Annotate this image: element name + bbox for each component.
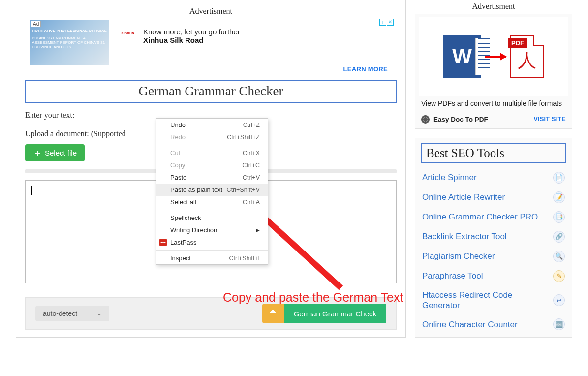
seo-tools-box: Best SEO Tools Article Spinner📄Online Ar…	[415, 138, 572, 338]
sidebar-ad[interactable]: i ✕ Ad W PDF 人 View PDFs and convert to …	[415, 14, 572, 129]
side-ad-desc: View PDFs and convert to multiple file f…	[419, 96, 568, 113]
word-icon: W	[443, 35, 481, 78]
ad-label-main: Advertisment	[16, 7, 405, 16]
tool-item: Plagiarism Checker🔍	[421, 247, 566, 266]
clear-button[interactable]: 🗑	[262, 304, 284, 323]
tool-icon: ↩	[553, 294, 565, 306]
grammar-check-button[interactable]: German Grammar Check	[284, 304, 386, 323]
context-menu-item-select-all[interactable]: Select allCtrl+A	[156, 196, 268, 208]
tool-link[interactable]: Plagiarism Checker	[422, 251, 495, 261]
tool-link[interactable]: Online Character Counter	[422, 319, 518, 330]
context-menu-item-undo[interactable]: UndoCtrl+Z	[156, 119, 268, 131]
adchoices-icons[interactable]: i ✕	[379, 19, 394, 26]
select-file-button[interactable]: ＋ Select file	[25, 144, 85, 161]
context-menu-label: Select all	[170, 198, 196, 206]
main-column: Advertisment i ✕ Ad HORITATIVE PROFESSIO…	[16, 0, 406, 338]
tool-item: Online Article Rewriter📝	[421, 188, 566, 207]
main-ad-banner[interactable]: i ✕ Ad HORITATIVE PROFESSIONAL OFFICIAL …	[26, 19, 396, 73]
context-menu-item-inspect[interactable]: InspectCtrl+Shift+I	[156, 252, 268, 264]
context-menu-label: Cut	[170, 149, 180, 157]
tool-icon: 🔍	[553, 251, 565, 262]
annotation-text: Copy and paste the German Text	[223, 290, 403, 305]
context-menu-shortcut: Ctrl+C	[242, 162, 260, 169]
tool-link[interactable]: Htaccess Redirect Code Generator	[422, 290, 548, 311]
context-menu[interactable]: UndoCtrl+ZRedoCtrl+Shift+ZCutCtrl+XCopyC…	[156, 118, 268, 265]
tool-link[interactable]: Paraphrase Tool	[422, 271, 483, 281]
context-menu-separator	[156, 210, 268, 210]
context-menu-item-cut: CutCtrl+X	[156, 147, 268, 159]
ad-brand-logo: Xinhua	[117, 28, 138, 38]
tools-title: Best SEO Tools	[421, 143, 566, 163]
ad-info-icon[interactable]: i	[379, 19, 386, 26]
context-menu-item-lastpass[interactable]: •••LastPass	[156, 236, 268, 249]
tool-icon: 🔤	[553, 318, 565, 330]
ad-image: Ad HORITATIVE PROFESSIONAL OFFICIAL BUSI…	[30, 20, 109, 65]
context-menu-item-spellcheck[interactable]: Spellcheck	[156, 212, 268, 224]
context-menu-item-redo: RedoCtrl+Shift+Z	[156, 131, 268, 143]
trash-icon: 🗑	[269, 309, 277, 318]
tool-link[interactable]: Online Article Rewriter	[422, 192, 505, 202]
context-menu-item-paste[interactable]: PasteCtrl+V	[156, 171, 268, 184]
context-menu-label: Writing Direction	[170, 226, 217, 234]
tool-link[interactable]: Article Spinner	[422, 172, 477, 183]
ad-overlay-1: HORITATIVE PROFESSIONAL OFFICIAL	[32, 29, 107, 33]
page-title: German Grammar Checker	[25, 80, 397, 103]
globe-icon	[421, 115, 430, 124]
submenu-arrow-icon: ▶	[256, 227, 260, 233]
context-menu-label: Redo	[170, 133, 186, 141]
tool-item: Paraphrase Tool✎	[421, 266, 566, 286]
ad-overlay-2: BUSINESS ENVIRONMENT & ASSESSMENT REPORT…	[32, 36, 107, 49]
arrow-right-icon	[485, 56, 506, 58]
context-menu-label: Inspect	[170, 254, 191, 262]
tool-item: Backlink Extractor Tool🔗	[421, 227, 566, 247]
context-menu-shortcut: Ctrl+V	[243, 174, 260, 181]
ad-cta-link[interactable]: LEARN MORE	[343, 65, 388, 73]
context-menu-label: Undo	[170, 121, 186, 128]
plus-icon: ＋	[33, 150, 42, 157]
context-menu-label: Spellcheck	[170, 214, 201, 221]
context-menu-shortcut: Ctrl+A	[243, 199, 260, 206]
ad-label-side: Advertisment	[415, 2, 572, 11]
sidebar: Advertisment i ✕ Ad W PDF 人 View PDFs an…	[415, 0, 572, 338]
context-menu-item-writing-direction[interactable]: Writing Direction▶	[156, 224, 268, 236]
lastpass-icon: •••	[159, 239, 167, 246]
context-menu-label: Paste as plain text	[170, 186, 222, 193]
pdf-icon: PDF 人	[510, 35, 544, 78]
chevron-down-icon: ⌄	[97, 310, 102, 317]
tool-icon: 📝	[553, 191, 565, 203]
tool-item: Online Grammar Checker PRO📑	[421, 207, 566, 227]
context-menu-separator	[156, 250, 268, 251]
context-menu-item-copy: CopyCtrl+C	[156, 159, 268, 171]
context-menu-shortcut: Ctrl+Shift+Z	[227, 134, 260, 141]
context-menu-shortcut: Ctrl+Z	[243, 122, 260, 128]
tool-icon: 📑	[553, 211, 565, 223]
ad-badge: Ad	[31, 21, 41, 27]
context-menu-separator	[156, 145, 268, 145]
side-ad-cta[interactable]: VISIT SITE	[533, 116, 566, 123]
tool-item: Online Character Counter🔤	[421, 314, 566, 334]
tool-icon: 📄	[553, 172, 565, 184]
tool-icon: 🔗	[553, 231, 565, 243]
context-menu-shortcut: Ctrl+Shift+V	[227, 187, 260, 193]
context-menu-label: Paste	[170, 174, 186, 181]
tool-item: Article Spinner📄	[421, 168, 566, 188]
text-caret	[31, 186, 32, 195]
side-ad-image: W PDF 人	[419, 17, 568, 96]
tool-item: Htaccess Redirect Code Generator↩	[421, 286, 566, 315]
language-value: auto-detect	[43, 310, 77, 317]
side-ad-brand: Easy Doc To PDF	[433, 116, 488, 123]
context-menu-label: LastPass	[170, 239, 196, 246]
tool-link[interactable]: Backlink Extractor Tool	[422, 231, 507, 242]
context-menu-label: Copy	[170, 161, 185, 169]
context-menu-item-paste-as-plain-text[interactable]: Paste as plain textCtrl+Shift+V	[156, 184, 268, 196]
ad-close-icon[interactable]: ✕	[387, 19, 394, 26]
tool-link[interactable]: Online Grammar Checker PRO	[422, 212, 538, 222]
context-menu-shortcut: Ctrl+Shift+I	[229, 255, 260, 262]
tool-icon: ✎	[553, 270, 565, 282]
context-menu-shortcut: Ctrl+X	[243, 150, 260, 157]
ad-subhead: Xinhua Silk Road	[143, 36, 240, 44]
language-select[interactable]: auto-detect ⌄	[35, 306, 109, 321]
ad-headline: Know more, let you go further	[143, 28, 240, 36]
select-file-label: Select file	[45, 149, 77, 157]
